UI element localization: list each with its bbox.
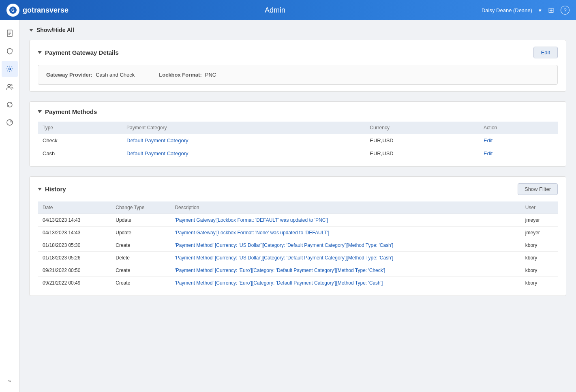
history-col-description: Description xyxy=(170,201,520,214)
table-row: 01/18/2023 05:26 Delete 'Payment Method'… xyxy=(38,252,558,264)
show-filter-button[interactable]: Show Filter xyxy=(518,183,558,195)
history-user: kbory xyxy=(520,264,558,277)
page-title: Admin xyxy=(69,6,482,15)
svg-point-8 xyxy=(11,84,12,86)
history-user: kbory xyxy=(520,252,558,264)
pm-table-header-row: Type Payment Category Currency Action xyxy=(38,122,558,134)
history-date: 04/13/2023 14:43 xyxy=(38,227,111,239)
table-row: 09/21/2022 00:50 Create 'Payment Method'… xyxy=(38,264,558,277)
table-row: Cash Default Payment Category EUR,USD Ed… xyxy=(38,147,558,160)
top-navigation: G gotransverse Admin Daisy Deane (Deane)… xyxy=(0,0,576,20)
grid-icon[interactable]: ⊞ xyxy=(548,6,554,15)
history-table-header-row: Date Change Type Description User xyxy=(38,201,558,214)
gateway-provider-field: Gateway Provider: Cash and Check xyxy=(46,72,135,78)
history-title: History xyxy=(45,186,66,193)
payment-methods-title-row: Payment Methods xyxy=(38,108,97,115)
chevron-down-icon xyxy=(29,29,33,32)
edit-gateway-button[interactable]: Edit xyxy=(533,47,558,58)
main-content: Show/Hide All Payment Gateway Details Ed… xyxy=(19,20,576,392)
gateway-row: Gateway Provider: Cash and Check Lockbox… xyxy=(46,72,549,78)
pm-currency: EUR,USD xyxy=(365,147,479,160)
pm-category: Default Payment Category xyxy=(122,147,365,160)
user-menu[interactable]: Daisy Deane (Deane) xyxy=(482,7,532,13)
history-description: 'Payment Gateway'[Lockbox Format: 'DEFAU… xyxy=(170,214,520,227)
history-card: History Show Filter Date Change Type Des… xyxy=(29,176,566,296)
history-description: 'Payment Method' [Currency: 'Euro'][Cate… xyxy=(170,264,520,277)
history-description: 'Payment Method' [Currency: 'US Dollar']… xyxy=(170,239,520,252)
left-sidebar: » xyxy=(0,20,19,392)
sidebar-item-users[interactable] xyxy=(2,79,18,95)
logo[interactable]: G gotransverse xyxy=(6,4,69,17)
payment-gateway-details-card: Payment Gateway Details Edit Gateway Pro… xyxy=(29,40,566,92)
sidebar-expand[interactable]: » xyxy=(2,373,18,389)
show-hide-all[interactable]: Show/Hide All xyxy=(29,27,566,33)
history-description: 'Payment Method' [Currency: 'US Dollar']… xyxy=(170,252,520,264)
table-row: 01/18/2023 05:30 Create 'Payment Method'… xyxy=(38,239,558,252)
sidebar-item-settings[interactable] xyxy=(2,61,18,77)
show-hide-label: Show/Hide All xyxy=(36,27,74,33)
history-col-user: User xyxy=(520,201,558,214)
history-change-type: Update xyxy=(111,214,170,227)
history-description: 'Payment Gateway'[Lockbox Format: 'None'… xyxy=(170,227,520,239)
history-col-change-type: Change Type xyxy=(111,201,170,214)
svg-point-6 xyxy=(9,68,11,70)
sidebar-item-document[interactable] xyxy=(2,25,18,41)
payment-methods-title: Payment Methods xyxy=(45,108,97,115)
methods-chevron-icon xyxy=(38,110,42,113)
history-chevron-icon xyxy=(38,188,42,191)
gateway-chevron-icon xyxy=(38,51,42,54)
pm-action: Edit xyxy=(479,134,558,147)
history-user: jmeyer xyxy=(520,227,558,239)
history-change-type: Create xyxy=(111,239,170,252)
history-date: 04/13/2023 14:43 xyxy=(38,214,111,227)
pm-action: Edit xyxy=(479,147,558,160)
history-col-date: Date xyxy=(38,201,111,214)
top-nav-right: Daisy Deane (Deane) ▾ ⊞ ? xyxy=(482,6,570,15)
pm-col-currency: Currency xyxy=(365,122,479,134)
pm-type: Check xyxy=(38,134,122,147)
sidebar-item-refresh[interactable] xyxy=(2,96,18,113)
history-description: 'Payment Method' [Currency: 'Euro'][Cate… xyxy=(170,277,520,289)
lockbox-format-field: Lockbox Format: PNC xyxy=(159,72,216,78)
history-header: History Show Filter xyxy=(38,183,558,195)
pm-col-action: Action xyxy=(479,122,558,134)
history-table: Date Change Type Description User 04/13/… xyxy=(38,201,558,289)
history-change-type: Update xyxy=(111,227,170,239)
payment-methods-table: Type Payment Category Currency Action Ch… xyxy=(38,122,558,160)
pm-col-category: Payment Category xyxy=(122,122,365,134)
payment-gateway-title: Payment Gateway Details xyxy=(45,49,119,56)
history-date: 09/21/2022 00:50 xyxy=(38,264,111,277)
lockbox-format-label: Lockbox Format: xyxy=(159,72,201,78)
help-icon[interactable]: ? xyxy=(561,6,570,15)
pm-col-type: Type xyxy=(38,122,122,134)
history-user: kbory xyxy=(520,277,558,289)
payment-gateway-title-row: Payment Gateway Details xyxy=(38,49,119,56)
history-change-type: Create xyxy=(111,277,170,289)
sidebar-item-shield[interactable] xyxy=(2,43,18,59)
svg-text:G: G xyxy=(11,8,15,13)
gateway-provider-value: Cash and Check xyxy=(96,72,135,78)
pm-type: Cash xyxy=(38,147,122,160)
payment-gateway-details-header: Payment Gateway Details Edit xyxy=(38,47,558,58)
history-date: 01/18/2023 05:26 xyxy=(38,252,111,264)
pm-currency: EUR,USD xyxy=(365,134,479,147)
payment-methods-header: Payment Methods xyxy=(38,108,558,115)
table-row: 04/13/2023 14:43 Update 'Payment Gateway… xyxy=(38,214,558,227)
table-row: Check Default Payment Category EUR,USD E… xyxy=(38,134,558,147)
history-user: jmeyer xyxy=(520,214,558,227)
pm-category: Default Payment Category xyxy=(122,134,365,147)
user-dropdown-icon[interactable]: ▾ xyxy=(539,7,542,13)
sidebar-item-chart[interactable] xyxy=(2,114,18,131)
payment-methods-card: Payment Methods Type Payment Category Cu… xyxy=(29,101,566,167)
table-row: 04/13/2023 14:43 Update 'Payment Gateway… xyxy=(38,227,558,239)
history-date: 09/21/2022 00:49 xyxy=(38,277,111,289)
gateway-details-box: Gateway Provider: Cash and Check Lockbox… xyxy=(38,65,558,85)
history-date: 01/18/2023 05:30 xyxy=(38,239,111,252)
svg-point-7 xyxy=(8,84,10,87)
logo-text: gotransverse xyxy=(23,6,69,15)
expand-icon: » xyxy=(8,378,11,384)
logo-icon: G xyxy=(6,4,19,17)
table-row: 09/21/2022 00:49 Create 'Payment Method'… xyxy=(38,277,558,289)
history-change-type: Delete xyxy=(111,252,170,264)
lockbox-format-value: PNC xyxy=(205,72,216,78)
